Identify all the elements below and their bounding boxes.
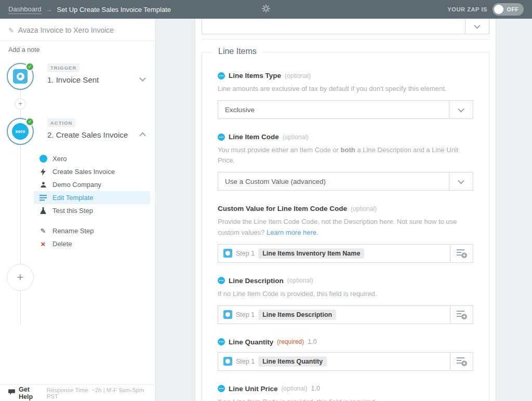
zap-name[interactable]: Avaza Invoice to Xero Invoice xyxy=(18,26,114,34)
breadcrumb: Dashboard → Set Up Create Sales Invoice … xyxy=(8,5,171,14)
select-value: Exclusive xyxy=(218,101,449,118)
insert-step-button[interactable]: + xyxy=(15,98,26,110)
field-qualifier: (optional) xyxy=(283,133,309,141)
token-input-area[interactable]: Step 1 Line Items Quantity xyxy=(218,353,450,370)
trigger-step-node[interactable]: ✓ xyxy=(7,63,34,90)
insert-field-button[interactable] xyxy=(450,245,473,262)
learn-more-link[interactable]: Learn more here. xyxy=(267,229,318,236)
trigger-step-title[interactable]: 1. Invoice Sent xyxy=(47,75,99,84)
zap-name-row[interactable]: ✎ Avaza Invoice to Xero Invoice xyxy=(0,19,155,41)
editor-canvas: Line Items Line Items Type (optional) Li… xyxy=(156,19,532,401)
field-help-text: Line amounts are exclusive of tax by def… xyxy=(218,84,473,94)
trigger-step: ✓ TRIGGER 1. Invoice Sent xyxy=(0,63,155,90)
chevron-up-icon[interactable] xyxy=(139,132,146,139)
toggle-state-text: OFF xyxy=(503,7,522,12)
lightning-bolt-icon xyxy=(39,168,47,176)
section-divider xyxy=(202,39,489,39)
chevron-down-icon[interactable] xyxy=(139,75,146,82)
field-help-text: If no Line Item Code is provided, this f… xyxy=(218,289,473,299)
delete-x-icon: × xyxy=(41,241,46,247)
avaza-step-icon xyxy=(223,310,232,319)
custom-value-input[interactable]: Step 1 Line Items Inventory Item Name xyxy=(218,244,473,263)
insert-field-button[interactable] xyxy=(450,306,473,324)
select-chevron-cell[interactable] xyxy=(465,19,489,34)
field-qualifier: (optional) xyxy=(287,277,313,284)
avaza-step-icon xyxy=(223,249,232,258)
menu-item-rename-step[interactable]: ✎ Rename Step xyxy=(34,224,150,237)
menu-item-account[interactable]: Demo Company xyxy=(34,178,150,191)
token-input-area[interactable]: Step 1 Line Items Inventory Item Name xyxy=(218,245,450,262)
previous-field-select[interactable] xyxy=(202,19,489,34)
token-step-label: Step 1 xyxy=(236,311,255,318)
chevron-down-icon xyxy=(458,105,464,112)
field-line-quantity: Line Quantity (required) 1.0 Step 1 Line… xyxy=(218,338,473,371)
action-step: xero ✓ ACTION 2. Create Sales Invoice xyxy=(0,118,155,145)
step-success-check-icon: ✓ xyxy=(25,117,34,126)
line-description-input[interactable]: Step 1 Line Items Description xyxy=(218,305,473,324)
insert-fields-icon xyxy=(456,248,468,259)
action-step-header[interactable]: 2. Create Sales Invoice xyxy=(47,130,155,139)
zap-status: YOUR ZAP IS OFF xyxy=(447,3,524,16)
section-legend: Line Items xyxy=(202,47,489,56)
field-help-text: If no Line Item Code is provided, this f… xyxy=(218,397,473,401)
breadcrumb-dashboard-link[interactable]: Dashboard xyxy=(8,5,42,14)
edit-template-panel: Line Items Line Items Type (optional) Li… xyxy=(195,19,496,401)
edit-zap-name-icon[interactable]: ✎ xyxy=(8,26,14,34)
field-label: Line Quantity xyxy=(229,338,273,346)
menu-item-edit-template[interactable]: Edit Template xyxy=(34,191,150,204)
token-input-area[interactable]: Step 1 Line Items Description xyxy=(218,306,450,324)
steps-timeline: ✓ TRIGGER 1. Invoice Sent + xero ✓ xyxy=(0,56,155,291)
menu-item-label: Xero xyxy=(52,155,66,163)
action-step-title[interactable]: 2. Create Sales Invoice xyxy=(47,130,128,139)
help-footer: Get Help Response Time: ~2h | M-F 9am-5p… xyxy=(0,384,155,401)
field-default-value: 1.0 xyxy=(308,338,316,345)
step-success-check-icon: ✓ xyxy=(25,62,34,71)
zap-on-off-toggle[interactable]: OFF xyxy=(493,3,524,16)
add-note-link[interactable]: Add a note xyxy=(0,41,155,56)
mapped-field-token[interactable]: Line Items Description xyxy=(258,310,336,320)
xero-field-icon xyxy=(218,338,225,345)
field-custom-value-line-item-code: Custom Value for Line Item Code Code (op… xyxy=(218,205,473,262)
line-quantity-input[interactable]: Step 1 Line Items Quantity xyxy=(218,352,473,371)
toggle-knob[interactable] xyxy=(494,5,503,14)
xero-app-icon: xero xyxy=(12,123,29,140)
mapped-field-token[interactable]: Line Items Inventory Item Name xyxy=(258,248,364,259)
field-line-description: Line Description (optional) If no Line I… xyxy=(218,277,473,324)
menu-item-delete[interactable]: × Delete xyxy=(34,237,150,250)
select-chevron-cell[interactable] xyxy=(449,172,473,190)
action-step-node[interactable]: xero ✓ xyxy=(7,118,34,145)
mapped-field-token[interactable]: Line Items Quantity xyxy=(258,356,327,367)
menu-item-label: Test this Step xyxy=(52,207,93,215)
menu-item-label: Rename Step xyxy=(52,227,94,235)
page-title: Set Up Create Sales Invoice Template xyxy=(57,6,171,14)
add-step-button[interactable]: + xyxy=(7,264,34,291)
field-default-value: 1.0 xyxy=(311,385,320,392)
top-header-bar: Dashboard → Set Up Create Sales Invoice … xyxy=(0,0,532,19)
menu-item-xero-app[interactable]: Xero xyxy=(34,152,150,165)
chevron-down-icon xyxy=(458,178,464,184)
insert-fields-icon xyxy=(456,356,468,367)
line-item-code-select[interactable]: Use a Custom Value (advanced) xyxy=(218,172,473,191)
insert-field-button[interactable] xyxy=(450,353,473,370)
person-icon xyxy=(39,181,47,188)
trigger-step-header[interactable]: 1. Invoice Sent xyxy=(47,75,155,84)
field-required-qualifier: (required) xyxy=(277,338,304,345)
section-title: Line Items xyxy=(212,47,262,56)
field-label: Line Unit Price xyxy=(229,385,278,393)
flask-icon xyxy=(39,207,47,214)
menu-item-choose-action[interactable]: Create Sales Invoice xyxy=(34,165,150,178)
zap-status-label: YOUR ZAP IS xyxy=(447,6,487,12)
menu-divider-gap xyxy=(34,217,155,224)
menu-item-test-step[interactable]: Test this Step xyxy=(34,204,150,217)
zap-steps-sidebar: ✎ Avaza Invoice to Xero Invoice Add a no… xyxy=(0,19,156,401)
chat-bubble-icon xyxy=(8,389,15,397)
select-chevron-cell[interactable] xyxy=(449,101,473,118)
xero-mini-icon xyxy=(39,155,47,163)
zapier-logo-icon xyxy=(262,4,271,15)
line-items-type-select[interactable]: Exclusive xyxy=(218,100,473,119)
field-line-item-code: Line Item Code (optional) You must provi… xyxy=(218,133,473,191)
get-help-link[interactable]: Get Help xyxy=(19,386,43,400)
field-label: Line Description xyxy=(229,277,284,285)
menu-item-label: Edit Template xyxy=(52,194,94,202)
token-step-label: Step 1 xyxy=(236,358,255,365)
